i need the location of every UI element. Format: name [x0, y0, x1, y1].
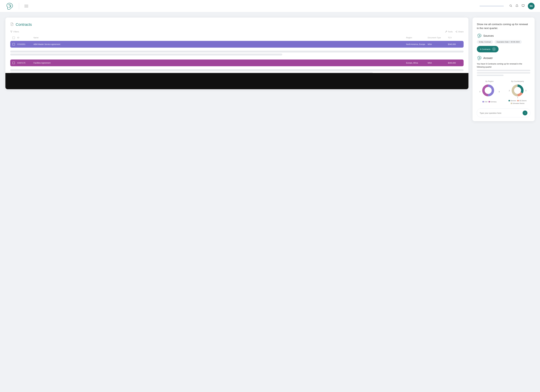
- skeleton-section-1: [10, 49, 464, 58]
- legend-schneider: Schneider Electric: [511, 103, 525, 104]
- source-tag-date[interactable]: Expiration Date < 30-06-2024: [495, 40, 522, 44]
- region-label-right: 3: [499, 91, 500, 93]
- answer-skeletons: [477, 70, 530, 76]
- tools-button[interactable]: Tools: [445, 30, 453, 33]
- answer-header: Answer: [477, 56, 530, 60]
- table-row[interactable]: CO07175 Facilities Agreement Europe, Afr…: [10, 60, 464, 66]
- legend-siemens: Siemens: [509, 100, 516, 101]
- col-region: Region: [406, 37, 428, 39]
- region-donut: [481, 84, 498, 100]
- chart-counterparty-title: By Counterparty: [511, 80, 524, 82]
- chart-region-title: By Region: [485, 80, 494, 82]
- chart-by-counterparty: By Counterparty 2 1 3: [505, 80, 530, 104]
- skeleton-row: [10, 69, 464, 71]
- contracts-btn-label: 6 Contracts: [480, 48, 490, 50]
- query-text: Show me all contracts coming up for rene…: [477, 22, 530, 30]
- contracts-result-button[interactable]: 6 Contracts →: [477, 46, 499, 52]
- svg-point-8: [456, 31, 456, 32]
- ai-question-input[interactable]: [480, 112, 523, 114]
- contracts-icon: [10, 22, 14, 27]
- sources-section: Sources Entity: Contract Expiration Date…: [477, 33, 530, 52]
- svg-point-7: [457, 31, 457, 31]
- row-checkbox[interactable]: [12, 43, 17, 45]
- filters-label: Filters: [14, 30, 19, 33]
- counterparty-label-right: 3: [525, 90, 526, 92]
- svg-marker-6: [10, 31, 12, 33]
- svg-point-9: [457, 32, 457, 33]
- region-legend: USA Germany: [482, 101, 496, 103]
- ai-input-row: →: [477, 109, 530, 117]
- chart-by-region: By Region 3 3: [477, 80, 502, 103]
- share-label: Share: [458, 30, 464, 33]
- chat-icon[interactable]: [522, 4, 525, 8]
- black-overlay: [5, 73, 468, 89]
- charts-row: By Region 3 3: [477, 80, 530, 104]
- row-id: CO07175: [17, 62, 34, 64]
- svg-line-1: [511, 6, 512, 7]
- skeleton-row: [10, 51, 464, 53]
- table-header: ID Name Region Document Type TCV: [10, 35, 464, 40]
- tools-label: Tools: [448, 30, 453, 33]
- table-row[interactable]: CO10201 ABM Master Service agreement Nor…: [10, 41, 464, 48]
- header-icons: SG: [509, 3, 535, 10]
- search-icon[interactable]: [509, 4, 512, 8]
- contracts-table: ID Name Region Document Type TCV CO10201…: [10, 35, 464, 76]
- legend-germany: Germany: [489, 101, 496, 103]
- toolbar-filters[interactable]: Filters: [10, 30, 19, 33]
- row-id: CO10201: [17, 43, 34, 45]
- answer-section: Answer You have 6 Contracts coming up fo…: [477, 56, 530, 77]
- row-tcv: $340,000: [448, 43, 461, 45]
- contracts-panel: Contracts Filters Tools: [5, 18, 468, 89]
- svg-point-0: [510, 5, 511, 6]
- counterparty-label-bottom: 1: [517, 97, 518, 99]
- row-doctype: MSA: [428, 62, 448, 64]
- col-doctype: Document Type: [428, 37, 448, 39]
- counterparty-label-left: 2: [509, 90, 510, 92]
- row-checkbox[interactable]: [12, 62, 17, 64]
- skeleton-line: [477, 70, 530, 71]
- notifications-icon[interactable]: [515, 4, 518, 8]
- legend-schneider-label: Schneider Electric: [513, 103, 525, 104]
- region-label-left: 3: [479, 91, 480, 93]
- row-name: Facilities Agreement: [34, 62, 406, 64]
- app-logo: [5, 2, 14, 10]
- svg-line-10: [456, 32, 457, 32]
- legend-ge-label: GE Electric: [519, 100, 527, 101]
- counterparty-legend: Siemens GE Electric Schneider Electric: [505, 100, 530, 104]
- app-header: SG: [0, 0, 540, 12]
- col-id: ID: [17, 37, 34, 39]
- svg-line-11: [456, 31, 457, 31]
- logo-area: [5, 2, 28, 10]
- col-checkbox[interactable]: [12, 37, 17, 39]
- legend-siemens-label: Siemens: [510, 100, 516, 101]
- legend-usa-label: USA: [484, 101, 487, 103]
- toolbar-actions: Tools Share: [445, 30, 464, 33]
- svg-point-14: [485, 87, 491, 93]
- col-tcv: TCV: [448, 37, 461, 39]
- user-avatar[interactable]: SG: [528, 3, 535, 10]
- source-tag-entity[interactable]: Entity: Contract: [477, 40, 493, 44]
- row-region: North America, Europe: [406, 43, 428, 45]
- svg-point-18: [515, 87, 520, 93]
- row-name: ABM Master Service agreement: [34, 43, 406, 45]
- row-tcv: $340,000: [448, 62, 461, 64]
- skeleton-row: [10, 54, 282, 55]
- counterparty-donut: 1: [511, 84, 524, 98]
- ai-send-button[interactable]: →: [523, 110, 527, 115]
- contracts-toolbar: Filters Tools Share: [10, 30, 464, 33]
- legend-usa: USA: [482, 101, 487, 103]
- col-name: Name: [34, 37, 406, 39]
- row-doctype: MSA: [428, 43, 448, 45]
- header-divider: [19, 3, 19, 10]
- sources-title: Sources: [483, 34, 494, 37]
- source-tags: Entity: Contract Expiration Date < 30-06…: [477, 40, 530, 44]
- row-region: Europe, Africa: [406, 62, 428, 64]
- legend-germany-label: Germany: [490, 101, 496, 103]
- contracts-title: Contracts: [16, 22, 32, 27]
- share-button[interactable]: Share: [455, 30, 464, 33]
- contracts-btn-arrow: →: [492, 47, 496, 51]
- legend-ge: GE Electric: [517, 100, 527, 101]
- skeleton-line: [477, 72, 530, 74]
- hamburger-menu[interactable]: [25, 5, 28, 7]
- ai-assistant-panel: Show me all contracts coming up for rene…: [472, 18, 535, 121]
